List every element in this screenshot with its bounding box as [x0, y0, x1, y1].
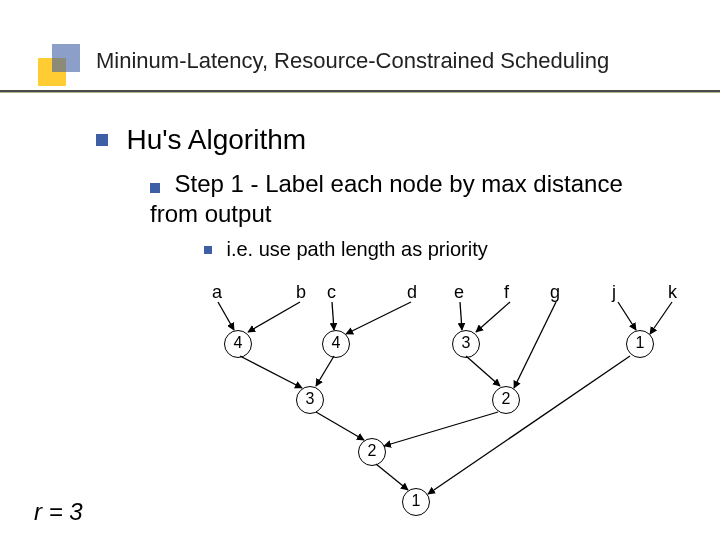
bullet-3-text: i.e. use path length as priority	[226, 238, 487, 260]
svg-line-15	[428, 356, 630, 494]
input-label-e: e	[454, 282, 464, 303]
svg-line-10	[316, 356, 334, 386]
bullet-1-text: Hu's Algorithm	[126, 124, 306, 155]
node-4-right: 4	[322, 330, 350, 358]
node-1-right: 1	[626, 330, 654, 358]
svg-line-5	[476, 302, 510, 332]
bullet-level-2: Step 1 - Label each node by max distance	[150, 170, 660, 198]
svg-line-2	[332, 302, 334, 330]
bullet-2-text-line1: Step 1 - Label each node by max distance	[174, 170, 622, 197]
slide-title: Mininum-Latency, Resource-Constrained Sc…	[96, 48, 609, 73]
input-label-j: j	[612, 282, 616, 303]
bullet-icon	[96, 134, 108, 146]
r-equals-text: r = 3	[34, 498, 83, 525]
bullet-icon	[150, 183, 160, 193]
input-label-f: f	[504, 282, 509, 303]
node-1-bottom: 1	[402, 488, 430, 516]
input-label-a: a	[212, 282, 222, 303]
input-label-c: c	[327, 282, 336, 303]
svg-line-0	[218, 302, 234, 330]
svg-line-9	[240, 356, 302, 388]
node-2-right: 2	[492, 386, 520, 414]
node-3-right: 3	[452, 330, 480, 358]
svg-line-3	[346, 302, 411, 334]
node-4-left: 4	[224, 330, 252, 358]
svg-line-4	[460, 302, 462, 330]
node-2-mid: 2	[358, 438, 386, 466]
slide: Mininum-Latency, Resource-Constrained Sc…	[0, 0, 720, 540]
bullet-icon	[204, 246, 212, 254]
svg-line-11	[466, 356, 500, 386]
bullet-level-3: i.e. use path length as priority	[204, 238, 488, 261]
input-label-d: d	[407, 282, 417, 303]
bullet-level-1: Hu's Algorithm	[96, 124, 306, 156]
svg-line-1	[248, 302, 300, 332]
svg-line-14	[376, 464, 408, 490]
svg-line-13	[384, 412, 498, 446]
node-3-mid: 3	[296, 386, 324, 414]
title-wrap: Mininum-Latency, Resource-Constrained Sc…	[96, 48, 609, 74]
svg-line-8	[650, 302, 672, 334]
input-label-b: b	[296, 282, 306, 303]
input-label-g: g	[550, 282, 560, 303]
svg-line-7	[618, 302, 636, 330]
title-underline	[0, 90, 720, 92]
svg-line-6	[514, 302, 556, 388]
input-label-k: k	[668, 282, 677, 303]
bullet-2-text-line2: from output	[150, 200, 271, 228]
logo-square-blue	[52, 44, 80, 72]
slide-logo	[38, 44, 80, 86]
r-equals-label: r = 3	[34, 498, 83, 526]
svg-line-12	[316, 412, 364, 440]
